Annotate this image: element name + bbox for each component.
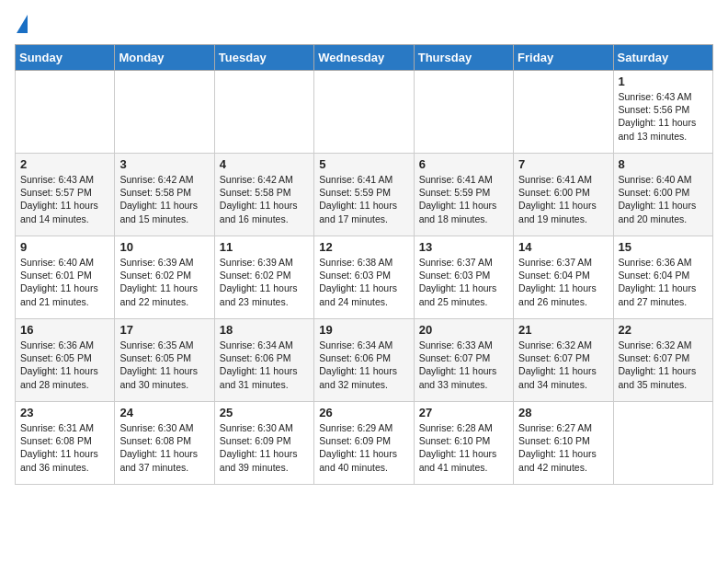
calendar-cell: 9Sunrise: 6:40 AM Sunset: 6:01 PM Daylig…: [16, 236, 115, 319]
day-info: Sunrise: 6:42 AM Sunset: 5:58 PM Dayligh…: [220, 173, 309, 225]
day-number: 1: [619, 75, 708, 88]
calendar-cell: 12Sunrise: 6:38 AM Sunset: 6:03 PM Dayli…: [314, 236, 414, 319]
day-info: Sunrise: 6:32 AM Sunset: 6:07 PM Dayligh…: [518, 339, 608, 391]
day-number: 19: [319, 323, 408, 337]
day-number: 7: [518, 157, 608, 171]
calendar-cell: [314, 71, 414, 154]
day-number: 23: [20, 406, 109, 419]
day-info: Sunrise: 6:34 AM Sunset: 6:06 PM Dayligh…: [220, 339, 309, 391]
day-info: Sunrise: 6:36 AM Sunset: 6:05 PM Dayligh…: [20, 339, 109, 391]
calendar-cell: [514, 71, 613, 154]
day-number: 5: [319, 157, 408, 171]
weekday-header-friday: Friday: [514, 45, 613, 71]
calendar-cell: 5Sunrise: 6:41 AM Sunset: 5:59 PM Daylig…: [314, 154, 414, 236]
weekday-header-sunday: Sunday: [16, 45, 115, 71]
calendar-cell: 27Sunrise: 6:28 AM Sunset: 6:10 PM Dayli…: [414, 402, 513, 485]
day-number: 16: [20, 323, 109, 337]
page-header: [15, 15, 713, 35]
day-info: Sunrise: 6:28 AM Sunset: 6:10 PM Dayligh…: [419, 421, 508, 474]
day-number: 3: [119, 157, 209, 171]
day-number: 8: [619, 157, 708, 171]
day-number: 6: [419, 157, 508, 171]
day-info: Sunrise: 6:30 AM Sunset: 6:08 PM Dayligh…: [119, 421, 209, 474]
calendar-cell: 3Sunrise: 6:42 AM Sunset: 5:58 PM Daylig…: [115, 154, 214, 236]
calendar-cell: 21Sunrise: 6:32 AM Sunset: 6:07 PM Dayli…: [514, 319, 613, 402]
calendar-cell: [214, 71, 313, 154]
calendar-cell: 17Sunrise: 6:35 AM Sunset: 6:05 PM Dayli…: [115, 319, 214, 402]
day-info: Sunrise: 6:41 AM Sunset: 5:59 PM Dayligh…: [419, 173, 508, 225]
day-info: Sunrise: 6:40 AM Sunset: 6:00 PM Dayligh…: [619, 173, 708, 225]
calendar-week-row: 16Sunrise: 6:36 AM Sunset: 6:05 PM Dayli…: [16, 319, 713, 402]
day-number: 28: [518, 406, 608, 419]
logo: [15, 15, 28, 35]
calendar-cell: 26Sunrise: 6:29 AM Sunset: 6:09 PM Dayli…: [314, 402, 414, 485]
day-number: 17: [119, 323, 209, 337]
day-number: 22: [619, 323, 708, 337]
day-info: Sunrise: 6:37 AM Sunset: 6:04 PM Dayligh…: [518, 256, 608, 308]
day-number: 2: [20, 157, 109, 171]
day-info: Sunrise: 6:33 AM Sunset: 6:07 PM Dayligh…: [419, 339, 508, 391]
calendar-cell: 24Sunrise: 6:30 AM Sunset: 6:08 PM Dayli…: [115, 402, 214, 485]
calendar-cell: 2Sunrise: 6:43 AM Sunset: 5:57 PM Daylig…: [16, 154, 115, 236]
day-number: 24: [119, 406, 209, 419]
weekday-header-monday: Monday: [115, 45, 214, 71]
calendar-cell: 8Sunrise: 6:40 AM Sunset: 6:00 PM Daylig…: [613, 154, 712, 236]
day-number: 20: [419, 323, 508, 337]
calendar-cell: [16, 71, 115, 154]
day-number: 18: [220, 323, 309, 337]
day-number: 14: [518, 240, 608, 254]
day-info: Sunrise: 6:38 AM Sunset: 6:03 PM Dayligh…: [319, 256, 408, 308]
weekday-header-wednesday: Wednesday: [314, 45, 414, 71]
day-number: 9: [20, 240, 109, 254]
day-number: 10: [119, 240, 209, 254]
day-info: Sunrise: 6:39 AM Sunset: 6:02 PM Dayligh…: [119, 256, 209, 308]
calendar-cell: 10Sunrise: 6:39 AM Sunset: 6:02 PM Dayli…: [115, 236, 214, 319]
calendar-week-row: 23Sunrise: 6:31 AM Sunset: 6:08 PM Dayli…: [16, 402, 713, 485]
day-number: 13: [419, 240, 508, 254]
calendar-cell: 22Sunrise: 6:32 AM Sunset: 6:07 PM Dayli…: [613, 319, 712, 402]
day-info: Sunrise: 6:34 AM Sunset: 6:06 PM Dayligh…: [319, 339, 408, 391]
calendar-cell: 13Sunrise: 6:37 AM Sunset: 6:03 PM Dayli…: [414, 236, 513, 319]
calendar-week-row: 1Sunrise: 6:43 AM Sunset: 5:56 PM Daylig…: [16, 71, 713, 154]
weekday-header-saturday: Saturday: [613, 45, 712, 71]
calendar-cell: 4Sunrise: 6:42 AM Sunset: 5:58 PM Daylig…: [214, 154, 313, 236]
calendar-cell: 19Sunrise: 6:34 AM Sunset: 6:06 PM Dayli…: [314, 319, 414, 402]
day-number: 25: [220, 406, 309, 419]
calendar-cell: 11Sunrise: 6:39 AM Sunset: 6:02 PM Dayli…: [214, 236, 313, 319]
calendar-cell: 18Sunrise: 6:34 AM Sunset: 6:06 PM Dayli…: [214, 319, 313, 402]
day-info: Sunrise: 6:37 AM Sunset: 6:03 PM Dayligh…: [419, 256, 508, 308]
day-info: Sunrise: 6:40 AM Sunset: 6:01 PM Dayligh…: [20, 256, 109, 308]
day-info: Sunrise: 6:42 AM Sunset: 5:58 PM Dayligh…: [119, 173, 209, 225]
calendar-week-row: 2Sunrise: 6:43 AM Sunset: 5:57 PM Daylig…: [16, 154, 713, 236]
day-info: Sunrise: 6:27 AM Sunset: 6:10 PM Dayligh…: [518, 421, 608, 474]
day-info: Sunrise: 6:41 AM Sunset: 6:00 PM Dayligh…: [518, 173, 608, 225]
day-number: 4: [220, 157, 309, 171]
calendar-cell: 28Sunrise: 6:27 AM Sunset: 6:10 PM Dayli…: [514, 402, 613, 485]
calendar-cell: 1Sunrise: 6:43 AM Sunset: 5:56 PM Daylig…: [613, 71, 712, 154]
calendar-table: SundayMondayTuesdayWednesdayThursdayFrid…: [15, 44, 713, 485]
calendar-cell: 14Sunrise: 6:37 AM Sunset: 6:04 PM Dayli…: [514, 236, 613, 319]
day-info: Sunrise: 6:41 AM Sunset: 5:59 PM Dayligh…: [319, 173, 408, 225]
day-info: Sunrise: 6:43 AM Sunset: 5:57 PM Dayligh…: [20, 173, 109, 225]
day-info: Sunrise: 6:32 AM Sunset: 6:07 PM Dayligh…: [619, 339, 708, 391]
calendar-cell: 7Sunrise: 6:41 AM Sunset: 6:00 PM Daylig…: [514, 154, 613, 236]
day-number: 21: [518, 323, 608, 337]
day-number: 12: [319, 240, 408, 254]
calendar-week-row: 9Sunrise: 6:40 AM Sunset: 6:01 PM Daylig…: [16, 236, 713, 319]
day-info: Sunrise: 6:39 AM Sunset: 6:02 PM Dayligh…: [220, 256, 309, 308]
day-info: Sunrise: 6:43 AM Sunset: 5:56 PM Dayligh…: [619, 90, 708, 143]
day-info: Sunrise: 6:35 AM Sunset: 6:05 PM Dayligh…: [119, 339, 209, 391]
day-info: Sunrise: 6:36 AM Sunset: 6:04 PM Dayligh…: [619, 256, 708, 308]
day-number: 11: [220, 240, 309, 254]
calendar-cell: 6Sunrise: 6:41 AM Sunset: 5:59 PM Daylig…: [414, 154, 513, 236]
weekday-header-thursday: Thursday: [414, 45, 513, 71]
calendar-header-row: SundayMondayTuesdayWednesdayThursdayFrid…: [16, 45, 713, 71]
calendar-cell: 25Sunrise: 6:30 AM Sunset: 6:09 PM Dayli…: [214, 402, 313, 485]
day-info: Sunrise: 6:30 AM Sunset: 6:09 PM Dayligh…: [220, 421, 309, 474]
day-number: 15: [619, 240, 708, 254]
calendar-cell: 20Sunrise: 6:33 AM Sunset: 6:07 PM Dayli…: [414, 319, 513, 402]
logo-triangle-icon: [17, 15, 28, 33]
day-info: Sunrise: 6:31 AM Sunset: 6:08 PM Dayligh…: [20, 421, 109, 474]
calendar-cell: 16Sunrise: 6:36 AM Sunset: 6:05 PM Dayli…: [16, 319, 115, 402]
calendar-cell: [414, 71, 513, 154]
